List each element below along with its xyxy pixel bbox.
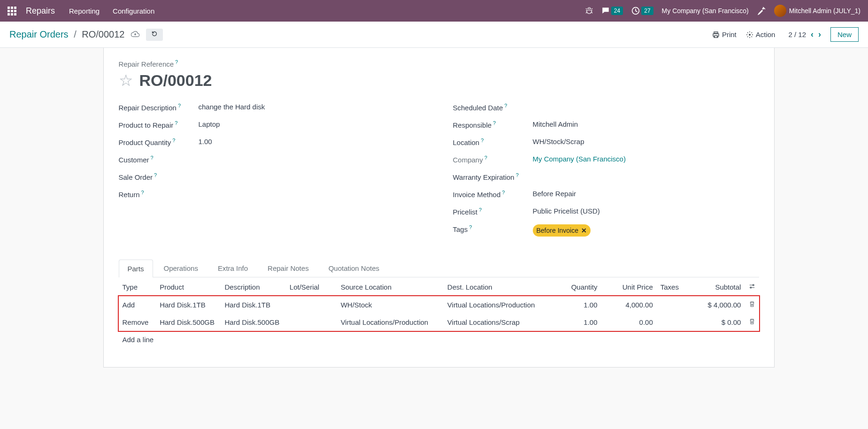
discard-icon[interactable] — [146, 29, 163, 41]
help-icon[interactable]: ? — [141, 190, 144, 195]
label-pricelist: Pricelist? — [453, 207, 533, 216]
help-icon[interactable]: ? — [504, 103, 507, 108]
priority-star-icon[interactable]: ☆ — [119, 71, 133, 90]
help-icon[interactable]: ? — [516, 172, 519, 178]
value-invoice-method[interactable]: Before Repair — [533, 190, 576, 198]
pager-text[interactable]: 2 / 12 — [788, 31, 806, 38]
th-qty[interactable]: Quantity — [550, 277, 601, 296]
messages-icon[interactable]: 24 — [601, 7, 623, 15]
value-location[interactable]: WH/Stock/Scrap — [533, 138, 584, 146]
th-dest[interactable]: Dest. Location — [444, 277, 550, 296]
table-row[interactable]: Add Hard Disk.1TB Hard Disk.1TB WH/Stock… — [119, 296, 759, 314]
debug-icon[interactable] — [585, 7, 593, 15]
settings-icon[interactable] — [757, 7, 766, 15]
parts-table: Type Product Description Lot/Serial Sour… — [119, 277, 759, 348]
avatar — [774, 5, 786, 17]
breadcrumb: Repair Orders / RO/00012 — [9, 29, 124, 40]
help-icon[interactable]: ? — [172, 138, 175, 143]
help-icon[interactable]: ? — [178, 103, 181, 108]
action-button[interactable]: Action — [746, 31, 776, 38]
tab-quotation-notes[interactable]: Quotation Notes — [320, 259, 388, 277]
value-responsible[interactable]: Mitchell Admin — [533, 120, 578, 128]
label-location: Location? — [453, 138, 533, 146]
svg-point-1 — [749, 34, 751, 36]
breadcrumb-current: RO/00012 — [82, 29, 124, 39]
th-type[interactable]: Type — [119, 277, 156, 296]
help-icon[interactable]: ? — [175, 120, 177, 126]
th-subtotal[interactable]: Subtotal — [685, 277, 745, 296]
tab-extra-info[interactable]: Extra Info — [209, 259, 257, 277]
user-name: Mitchell Admin (JULY_1) — [789, 7, 860, 15]
menu-reporting[interactable]: Reporting — [69, 7, 100, 15]
ref-label: Repair Reference? — [119, 59, 759, 68]
help-icon[interactable]: ? — [469, 224, 472, 230]
label-scheduled-date: Scheduled Date? — [453, 103, 533, 112]
activities-badge: 27 — [641, 7, 653, 15]
delete-row-icon[interactable] — [749, 301, 755, 309]
tab-repair-notes[interactable]: Repair Notes — [259, 259, 318, 277]
tag-remove-icon[interactable]: ✕ — [581, 227, 587, 234]
activities-icon[interactable]: 27 — [631, 7, 653, 15]
svg-point-3 — [750, 287, 752, 288]
th-settings[interactable] — [745, 277, 759, 296]
tabs: Parts Operations Extra Info Repair Notes… — [119, 259, 759, 277]
help-icon[interactable]: ? — [484, 155, 487, 161]
th-product[interactable]: Product — [156, 277, 221, 296]
add-line-button[interactable]: Add a line — [119, 331, 759, 348]
value-company[interactable]: My Company (San Francisco) — [533, 155, 626, 163]
breadcrumb-root[interactable]: Repair Orders — [9, 29, 69, 39]
pager-prev[interactable]: ‹ — [811, 30, 814, 39]
help-icon[interactable]: ? — [502, 190, 505, 195]
value-tags[interactable]: Before Invoice✕ — [533, 224, 591, 237]
value-product-quantity[interactable]: 1.00 — [199, 138, 212, 146]
new-button[interactable]: New — [830, 27, 859, 42]
form-left-col: Repair Description?change the Hard disk … — [119, 103, 425, 245]
menu-configuration[interactable]: Configuration — [113, 7, 154, 15]
delete-row-icon[interactable] — [749, 318, 755, 326]
user-menu[interactable]: Mitchell Admin (JULY_1) — [774, 5, 860, 17]
th-taxes[interactable]: Taxes — [657, 277, 685, 296]
page-title[interactable]: RO/00012 — [139, 71, 212, 90]
th-price[interactable]: Unit Price — [601, 277, 657, 296]
messages-badge: 24 — [611, 7, 623, 15]
label-company: Company? — [453, 155, 533, 164]
help-icon[interactable]: ? — [154, 172, 157, 178]
label-invoice-method: Invoice Method? — [453, 190, 533, 199]
label-return: Return? — [119, 190, 199, 199]
help-icon[interactable]: ? — [481, 138, 484, 143]
th-lot[interactable]: Lot/Serial — [286, 277, 337, 296]
form-sheet: Repair Reference? ☆ RO/00012 Repair Desc… — [103, 48, 775, 368]
pager-next[interactable]: › — [818, 30, 821, 39]
value-repair-description[interactable]: change the Hard disk — [199, 103, 265, 111]
label-tags: Tags? — [453, 224, 533, 233]
top-nav: Repairs Reporting Configuration 24 27 My… — [0, 0, 868, 22]
label-warranty: Warranty Expiration? — [453, 172, 533, 181]
label-responsible: Responsible? — [453, 120, 533, 129]
table-row[interactable]: Remove Hard Disk.500GB Hard Disk.500GB V… — [119, 314, 759, 331]
company-selector[interactable]: My Company (San Francisco) — [662, 7, 749, 15]
label-repair-description: Repair Description? — [119, 103, 199, 112]
label-product-quantity: Product Quantity? — [119, 138, 199, 146]
form-scroll[interactable]: Repair Reference? ☆ RO/00012 Repair Desc… — [0, 48, 868, 429]
apps-icon[interactable] — [8, 7, 16, 15]
tab-parts[interactable]: Parts — [119, 260, 153, 277]
app-brand[interactable]: Repairs — [26, 6, 55, 16]
cloud-save-icon[interactable] — [131, 31, 139, 39]
label-sale-order: Sale Order? — [119, 172, 199, 181]
label-customer: Customer? — [119, 155, 199, 164]
help-icon[interactable]: ? — [479, 207, 482, 213]
th-source[interactable]: Source Location — [337, 277, 444, 296]
th-description[interactable]: Description — [221, 277, 286, 296]
control-bar: Repair Orders / RO/00012 Print Action 2 … — [0, 22, 868, 48]
print-button[interactable]: Print — [712, 31, 737, 38]
help-icon[interactable]: ? — [175, 59, 178, 65]
help-icon[interactable]: ? — [151, 155, 154, 161]
help-icon[interactable]: ? — [493, 120, 496, 126]
value-pricelist[interactable]: Public Pricelist (USD) — [533, 207, 600, 215]
tab-operations[interactable]: Operations — [155, 259, 207, 277]
label-product-to-repair: Product to Repair? — [119, 120, 199, 129]
tag-pill[interactable]: Before Invoice✕ — [533, 224, 591, 237]
value-product-to-repair[interactable]: Laptop — [199, 120, 220, 128]
svg-point-2 — [753, 284, 754, 286]
form-right-col: Scheduled Date? Responsible?Mitchell Adm… — [453, 103, 759, 245]
